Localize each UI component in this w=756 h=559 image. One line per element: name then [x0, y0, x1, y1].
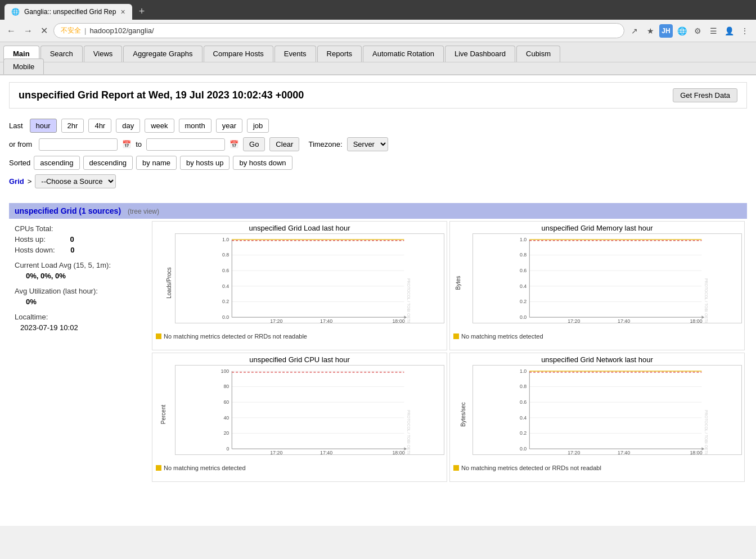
date-range-row: or from 📅 to 📅 Go Clear Timezone: Server: [9, 137, 747, 151]
from-label: or from: [9, 140, 32, 148]
localtime-value: 2023-07-19 10:02: [20, 323, 78, 332]
svg-text:0.4: 0.4: [520, 415, 526, 421]
to-date-input[interactable]: [146, 138, 225, 151]
nav-mobile[interactable]: Mobile: [3, 58, 44, 74]
svg-text:17:20: 17:20: [568, 450, 580, 455]
nav-compare-hosts[interactable]: Compare Hosts: [204, 46, 273, 62]
svg-text:17:40: 17:40: [320, 450, 332, 455]
from-calendar-icon[interactable]: 📅: [122, 140, 131, 148]
main-content: unspecified Grid Report at Wed, 19 Jul 2…: [0, 75, 756, 491]
back-button[interactable]: ←: [4, 24, 18, 38]
svg-text:0.4: 0.4: [520, 283, 526, 289]
chart-network-title: unspecified Grid Network last hour: [450, 353, 744, 365]
cpus-total-row: CPUs Total:: [15, 224, 144, 233]
profile-icon[interactable]: 👤: [722, 24, 736, 38]
chart-network-svg: 1.0 0.8 0.6 0.4 0.2 0.0 17:20 17:40 18:0…: [472, 365, 742, 455]
svg-text:0.4: 0.4: [222, 283, 229, 289]
extension-icon2[interactable]: 🌐: [675, 24, 688, 38]
tab-close-button[interactable]: ×: [120, 7, 125, 16]
svg-text:17:20: 17:20: [568, 318, 580, 323]
sort-descending[interactable]: descending: [83, 156, 133, 170]
chart-cpu-icon: [156, 465, 161, 471]
stat-section-util: Avg Utilization (last hour): 0%: [15, 287, 144, 306]
sort-ascending[interactable]: ascending: [34, 156, 79, 170]
chart-load-title: unspecified Grid Load last hour: [152, 222, 447, 233]
util-value: 0%: [26, 297, 37, 306]
reload-button[interactable]: ✕: [38, 23, 50, 38]
time-btn-2hr[interactable]: 2hr: [61, 119, 84, 133]
grid-section-header: unspecified Grid (1 sources) (tree view): [9, 203, 747, 219]
svg-text:40: 40: [223, 415, 229, 421]
timezone-label: Timezone:: [308, 140, 342, 148]
chart-load-svg: 1.0 0.8 0.6 0.4 0.2 0.0 17:20 17:40 18:0…: [175, 233, 444, 323]
extension-icon1[interactable]: JH: [659, 24, 673, 38]
svg-text:0.8: 0.8: [222, 252, 229, 258]
tree-view-link[interactable]: (tree view): [128, 208, 159, 215]
to-label: to: [136, 140, 142, 148]
grid-section-title-link[interactable]: unspecified Grid (1 sources): [15, 206, 121, 215]
svg-text:60: 60: [223, 399, 229, 405]
bookmark-icon[interactable]: ★: [644, 24, 657, 38]
svg-text:0.2: 0.2: [222, 299, 229, 304]
svg-text:80: 80: [223, 384, 229, 389]
svg-text:PROTOCOL / TOBI OETIKER: PROTOCOL / TOBI OETIKER: [407, 278, 411, 323]
sort-by-name[interactable]: by name: [136, 156, 177, 170]
nav-live-dashboard[interactable]: Live Dashboard: [445, 46, 515, 62]
grid-stats: CPUs Total: Hosts up: 0 Hosts down: 0: [9, 219, 150, 484]
time-btn-4hr[interactable]: 4hr: [88, 119, 111, 133]
get-fresh-data-button[interactable]: Get Fresh Data: [673, 88, 737, 102]
sort-by-hosts-up[interactable]: by hosts up: [180, 156, 230, 170]
util-label-row: Avg Utilization (last hour):: [15, 287, 144, 295]
hosts-down-value: 0: [70, 246, 74, 254]
time-btn-year[interactable]: year: [216, 119, 242, 133]
sort-by-hosts-down[interactable]: by hosts down: [233, 156, 292, 170]
chart-memory-icon: [453, 333, 459, 339]
go-button[interactable]: Go: [243, 137, 265, 151]
forward-button[interactable]: →: [21, 24, 35, 38]
extensions-icon[interactable]: ⚙: [691, 24, 704, 38]
share-icon[interactable]: ↗: [628, 24, 641, 38]
time-btn-week[interactable]: week: [145, 119, 174, 133]
nav-views[interactable]: Views: [84, 46, 122, 62]
localtime-value-row: 2023-07-19 10:02: [15, 323, 144, 332]
source-select[interactable]: --Choose a Source: [35, 174, 116, 188]
sidebar-icon[interactable]: ☰: [706, 24, 720, 38]
grid-link[interactable]: Grid: [9, 177, 24, 186]
svg-text:0.2: 0.2: [520, 430, 526, 436]
chart-cpu: unspecified Grid CPU last hour Percent: [152, 353, 447, 482]
svg-text:18:00: 18:00: [392, 318, 404, 323]
chart-memory-footer: No matching metrics detected: [450, 332, 744, 341]
time-btn-hour[interactable]: hour: [30, 119, 57, 133]
svg-text:18:00: 18:00: [690, 450, 702, 455]
address-bar[interactable]: 不安全 | hadoop102/ganglia/: [53, 23, 624, 38]
nav-search[interactable]: Search: [40, 46, 83, 62]
time-btn-day[interactable]: day: [116, 119, 140, 133]
svg-text:100: 100: [221, 368, 230, 374]
time-btn-job[interactable]: job: [247, 119, 269, 133]
svg-text:PROTOCOL / TOBI OETIKER: PROTOCOL / TOBI OETIKER: [407, 410, 411, 455]
chart-cpu-footer: No matching metrics detected: [152, 463, 447, 472]
util-value-row: 0%: [15, 297, 144, 306]
chart-cpu-title: unspecified Grid CPU last hour: [152, 353, 447, 365]
nav-aggregate-graphs[interactable]: Aggregate Graphs: [123, 46, 202, 62]
hosts-down-row: Hosts down: 0: [15, 246, 144, 254]
menu-icon[interactable]: ⋮: [738, 24, 752, 38]
nav-reports[interactable]: Reports: [317, 46, 362, 62]
chart-load-ylabel: Loads/Procs: [166, 267, 172, 299]
active-tab[interactable]: 🌐 Ganglia:: unspecified Grid Rep ×: [4, 4, 132, 20]
nav-events[interactable]: Events: [274, 46, 316, 62]
new-tab-button[interactable]: +: [134, 3, 150, 20]
clear-button[interactable]: Clear: [269, 137, 299, 151]
nav-cubism[interactable]: Cubism: [516, 46, 560, 62]
hosts-up-label: Hosts up:: [15, 235, 46, 244]
nav-bar: Main Search Views Aggregate Graphs Compa…: [0, 42, 756, 62]
tab-favicon: 🌐: [11, 8, 20, 16]
nav-automatic-rotation[interactable]: Automatic Rotation: [363, 46, 444, 62]
time-btn-month[interactable]: month: [179, 119, 212, 133]
localtime-label-row: Localtime:: [15, 313, 144, 321]
svg-text:0.6: 0.6: [520, 399, 526, 405]
chart-memory-footer-text: No matching metrics detected: [461, 333, 543, 340]
timezone-select[interactable]: Server: [347, 137, 388, 151]
from-date-input[interactable]: [39, 138, 118, 151]
to-calendar-icon[interactable]: 📅: [230, 140, 238, 148]
